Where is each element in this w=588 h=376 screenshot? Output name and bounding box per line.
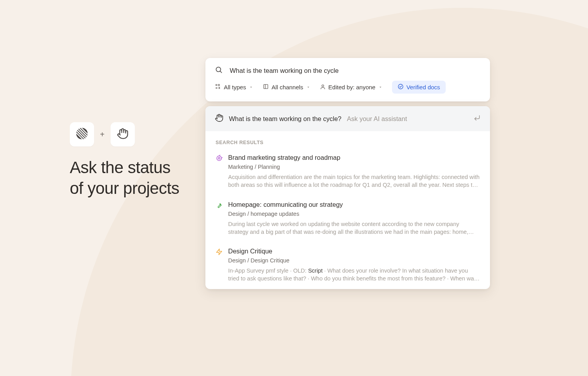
result-title: Brand marketing strategy and roadmap xyxy=(228,154,480,161)
svg-point-9 xyxy=(216,84,217,85)
filter-channels-label: All channels xyxy=(272,84,303,90)
enter-icon xyxy=(474,114,481,123)
result-title: Homepage: communicating our strategy xyxy=(228,201,480,208)
result-path: Marketing / Planning xyxy=(228,164,480,170)
result-snippet: During last cycle we worked on updating … xyxy=(228,220,480,236)
search-results-label: SEARCH RESULTS xyxy=(205,131,490,148)
result-item[interactable]: Design Critique Design / Design Critique… xyxy=(205,242,490,289)
hero-icon-row: + xyxy=(70,122,179,146)
result-body: Homepage: communicating our strategy Des… xyxy=(228,201,480,236)
svg-line-8 xyxy=(220,71,222,73)
chevron-down-icon xyxy=(306,84,310,90)
svg-point-13 xyxy=(322,85,324,87)
filter-verified-label: Verified docs xyxy=(407,84,440,90)
svg-marker-17 xyxy=(216,249,222,255)
linear-logo-chip xyxy=(70,122,94,146)
result-path: Design / Design Critique xyxy=(228,257,480,264)
svg-point-14 xyxy=(398,84,403,89)
result-item[interactable]: Homepage: communicating our strategy Des… xyxy=(205,195,490,242)
search-icon xyxy=(215,66,223,75)
hand-logo-chip xyxy=(111,122,135,146)
hero-headline-line2: of your projects xyxy=(70,178,179,199)
chevron-down-icon xyxy=(378,84,383,90)
ask-question-text: What is the team working on the cycle? xyxy=(229,115,341,123)
filter-edited-by[interactable]: Edited by: anyone xyxy=(320,84,383,91)
verified-icon xyxy=(397,83,404,91)
result-snippet: In-App Survey pmf style · OLD: Script · … xyxy=(228,267,480,283)
svg-point-7 xyxy=(216,67,221,72)
svg-rect-10 xyxy=(218,84,220,85)
filter-verified-docs[interactable]: Verified docs xyxy=(392,81,446,94)
target-icon xyxy=(216,155,223,163)
linear-logo-icon xyxy=(76,127,88,141)
filter-edited-label: Edited by: anyone xyxy=(328,84,376,90)
hand-icon xyxy=(117,128,129,141)
hand-icon xyxy=(215,114,223,124)
types-icon xyxy=(215,83,221,91)
bolt-icon xyxy=(216,248,223,256)
wrench-icon xyxy=(216,202,223,210)
channels-icon xyxy=(263,83,269,91)
hero-headline-line1: Ask the status xyxy=(70,157,179,178)
result-title: Design Critique xyxy=(228,248,480,255)
results-card: What is the team working on the cycle? A… xyxy=(205,106,490,289)
result-item[interactable]: Brand marketing strategy and roadmap Mar… xyxy=(205,148,490,195)
result-snippet: Acquisition and differentiation are the … xyxy=(228,173,480,189)
ask-hint-text: Ask your AI assistant xyxy=(347,115,407,123)
search-panel: What is the team working on the cycle Al… xyxy=(205,58,490,289)
result-path: Design / homepage updates xyxy=(228,211,480,217)
filter-types-label: All types xyxy=(224,84,246,90)
svg-rect-11 xyxy=(263,85,268,89)
svg-point-16 xyxy=(218,157,220,159)
chevron-down-icon xyxy=(249,84,253,90)
filter-all-types[interactable]: All types xyxy=(215,83,253,91)
ask-ai-bar[interactable]: What is the team working on the cycle? A… xyxy=(205,106,490,131)
filters-row: All types All channels Edited by: anyone xyxy=(205,81,490,101)
filter-all-channels[interactable]: All channels xyxy=(263,83,310,91)
person-icon xyxy=(320,84,326,91)
search-input-row[interactable]: What is the team working on the cycle xyxy=(205,58,490,81)
plus-separator: + xyxy=(100,130,105,139)
hero-headline: Ask the status of your projects xyxy=(70,157,179,199)
hero-section: + Ask the status of your projects xyxy=(70,122,179,199)
search-card: What is the team working on the cycle Al… xyxy=(205,58,490,101)
search-query-text: What is the team working on the cycle xyxy=(230,67,481,74)
result-body: Brand marketing strategy and roadmap Mar… xyxy=(228,154,480,189)
svg-point-15 xyxy=(217,156,221,161)
result-body: Design Critique Design / Design Critique… xyxy=(228,248,480,283)
